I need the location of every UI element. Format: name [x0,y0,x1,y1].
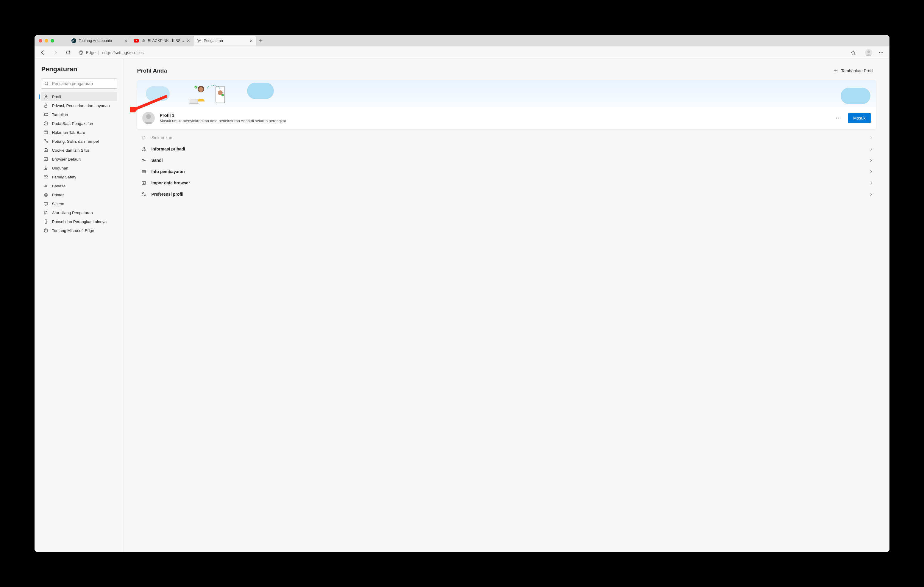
svg-point-10 [45,82,48,85]
profile-settings-list: SinkronkanInformasi pribadiSandiInfo pem… [137,132,876,200]
svg-point-8 [881,52,881,53]
sidebar-item[interactable]: Privasi, Pencarian, dan Layanan [41,101,117,110]
sidebar-item[interactable]: Ponsel dan Perangkat Lainnya [41,217,117,226]
close-tab-icon[interactable]: ✕ [186,39,190,43]
address-bar[interactable]: Edge | edge://settings/profiles [76,48,861,58]
sidebar-item[interactable]: Pada Saat Pengaktifan [41,119,117,128]
close-tab-icon[interactable]: ✕ [249,39,253,43]
sidebar-item-label: Atur Ulang Pengaturan [52,210,92,215]
settings-row[interactable]: Informasi pribadi [137,143,876,155]
sidebar-item[interactable]: Family Safety [41,173,117,181]
sidebar-item[interactable]: Halaman Tab Baru [41,128,117,137]
row-label: Sinkronkan [151,135,865,140]
sidebar-item-label: Tentang Microsoft Edge [52,229,94,233]
settings-row[interactable]: Info pembayaran [137,166,876,177]
minimize-window-button[interactable] [45,39,48,43]
sidebar-item-label: Halaman Tab Baru [52,130,85,135]
profile-more-button[interactable] [833,116,843,120]
sidebar-item-label: Browser Default [52,157,80,161]
audio-icon[interactable] [141,38,145,43]
profile-banner [137,80,876,107]
sidebar-item[interactable]: Atur Ulang Pengaturan [41,208,117,217]
svg-rect-12 [45,105,47,107]
gear-favicon [196,38,201,43]
row-label: Impor data browser [151,181,865,185]
sidebar-item-label: Privasi, Pencarian, dan Layanan [52,104,109,108]
row-icon [141,191,147,197]
settings-search-input[interactable] [52,81,114,86]
row-label: Info pembayaran [151,169,865,174]
chevron-right-icon [870,136,872,140]
sidebar-item[interactable]: Cookie dan Izin Situs [41,146,117,155]
illustration-sync-arrows [206,82,221,90]
window-controls [39,39,54,43]
youtube-favicon [134,38,139,43]
sidebar-item-label: Cookie dan Izin Situs [52,148,90,153]
settings-row[interactable]: Preferensi profil [137,189,876,200]
nav-icon [43,94,48,99]
favorites-button[interactable] [848,48,858,58]
svg-point-2 [198,40,200,41]
edge-logo-icon [79,50,83,55]
nav-icon [43,210,48,215]
sidebar-item[interactable]: Potong, Salin, dan Tempel [41,137,117,146]
sidebar-item[interactable]: Profil [41,92,117,101]
sidebar-item-label: Potong, Salin, dan Tempel [52,139,99,144]
more-button[interactable] [876,48,886,58]
profile-name: Profil 1 [160,113,829,118]
refresh-button[interactable] [63,48,73,58]
svg-point-36 [146,114,151,119]
settings-main: Profil Anda Tambahkan Profil [124,59,889,552]
svg-point-33 [221,94,224,96]
tab-label: Tentang Androbuntu [79,39,122,43]
sidebar-title: Pengaturan [41,66,117,73]
sidebar-item[interactable]: Tampilan [41,110,117,119]
tab-youtube[interactable]: BLACKPINK - KISS AND M ✕ [131,36,193,46]
browser-window: Tentang Androbuntu ✕ BLACKPINK - KISS AN… [35,35,889,552]
sidebar-item-label: Bahasa [52,184,66,188]
close-window-button[interactable] [39,39,42,43]
toolbar: Edge | edge://settings/profiles [35,46,889,59]
sidebar-item[interactable]: Bahasa [41,181,117,190]
account-button[interactable] [864,48,873,58]
svg-point-11 [45,95,47,97]
row-icon [141,169,147,174]
maximize-window-button[interactable] [51,39,54,43]
settings-row[interactable]: Impor data browser [137,177,876,189]
sidebar-item[interactable]: Tentang Microsoft Edge [41,226,117,235]
svg-point-29 [198,87,204,92]
row-icon [141,158,147,163]
forward-button[interactable] [51,48,60,58]
svg-rect-35 [189,104,199,104]
sidebar-item-label: Tampilan [52,112,68,117]
add-profile-button[interactable]: Tambahkan Profil [831,67,876,75]
back-button[interactable] [38,48,48,58]
tab-androbuntu[interactable]: Tentang Androbuntu ✕ [68,36,131,46]
sidebar-item[interactable]: Sistem [41,199,117,208]
settings-row[interactable]: Sandi [137,155,876,166]
row-icon [141,135,147,140]
sidebar-item-label: Sistem [52,202,64,206]
settings-search[interactable] [41,79,117,89]
site-identity-label: Edge [86,50,96,55]
svg-rect-34 [190,99,198,104]
settings-row: Sinkronkan [137,132,876,143]
sidebar-item[interactable]: Printer [41,190,117,199]
settings-content: Pengaturan ProfilPrivasi, Pencarian, dan… [35,59,889,552]
svg-point-40 [143,147,145,149]
close-tab-icon[interactable]: ✕ [124,39,128,43]
row-icon [141,146,147,152]
nav-icon [43,148,48,153]
sidebar-item[interactable]: Unduhan [41,164,117,173]
site-identity[interactable]: Edge | [79,50,99,55]
svg-point-9 [882,52,883,53]
svg-point-39 [840,118,841,118]
svg-rect-16 [46,141,48,143]
svg-point-45 [143,193,144,194]
sidebar-item[interactable]: Browser Default [41,155,117,164]
svg-point-38 [838,118,839,118]
svg-point-42 [142,159,144,161]
tab-settings[interactable]: Pengaturan ✕ [193,36,256,46]
new-tab-button[interactable] [256,36,266,46]
signin-button[interactable]: Masuk [848,113,871,123]
